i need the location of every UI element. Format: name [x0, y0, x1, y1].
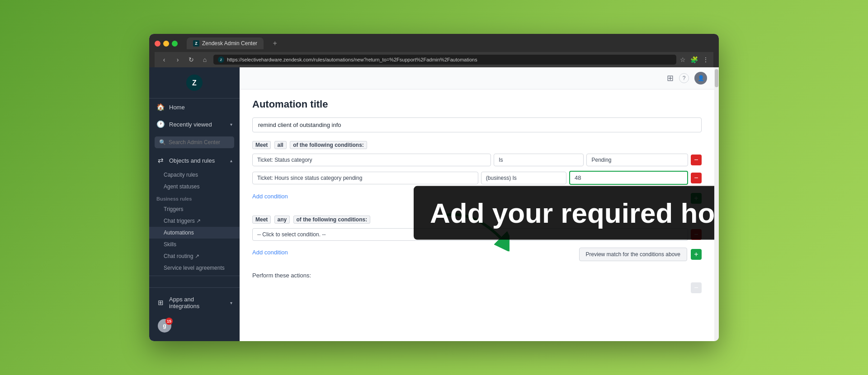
- home-button[interactable]: ⌂: [200, 55, 210, 65]
- grid-icon[interactable]: ⊞: [667, 73, 674, 83]
- any-badge: any: [274, 216, 290, 224]
- traffic-lights: [155, 41, 178, 47]
- sidebar-item-home[interactable]: 🏠 Home: [149, 98, 240, 116]
- overlay-text: Add your required hours: [430, 197, 714, 229]
- browser-toolbar: ‹ › ↻ ⌂ Z https://selectivehardware.zend…: [155, 52, 713, 67]
- bookmark-icon[interactable]: ☆: [680, 56, 686, 63]
- action-remove-row: −: [252, 282, 702, 293]
- add-condition1-link[interactable]: Add condition: [252, 193, 288, 200]
- minimize-button[interactable]: [163, 41, 169, 47]
- condition2-field-select[interactable]: Ticket: Hours since status category pend…: [252, 172, 478, 184]
- scrollbar-thumb[interactable]: [715, 69, 718, 87]
- sidebar-objects-rules-label: Objects and rules: [169, 157, 226, 164]
- meet-text: Meet: [252, 141, 271, 149]
- zendesk-logo-icon: Z: [186, 75, 203, 91]
- preview-match-button[interactable]: Preview match for the conditions above: [579, 248, 687, 261]
- sidebar-item-triggers[interactable]: Triggers: [149, 203, 240, 215]
- forward-button[interactable]: ›: [173, 55, 183, 65]
- svg-text:Z: Z: [192, 79, 197, 87]
- condition2-value-input[interactable]: [569, 171, 688, 185]
- add-condition2-button[interactable]: +: [691, 249, 702, 260]
- sidebar-item-skills[interactable]: Skills: [149, 239, 240, 250]
- perform-actions-label: Perform these actions:: [252, 272, 702, 279]
- content-area: Automation title Meet all of the followi…: [240, 89, 714, 341]
- meet-all-label: Meet all of the following conditions:: [252, 141, 702, 148]
- sidebar-footer: ⊞ Apps and integrations ▾ g 15: [149, 287, 240, 341]
- sidebar-item-automations[interactable]: Automations: [149, 227, 240, 239]
- automation-title-input[interactable]: [252, 117, 702, 132]
- condition1-operator-select[interactable]: Is: [494, 154, 584, 166]
- clock-icon: 🕐: [156, 120, 165, 128]
- sidebar-item-capacity-rules[interactable]: Capacity rules: [149, 169, 240, 181]
- toolbar-icons: ☆ 🧩 ⋮: [680, 56, 709, 63]
- close-button[interactable]: [155, 41, 160, 47]
- menu-icon[interactable]: ⋮: [703, 56, 709, 63]
- search-input[interactable]: [169, 139, 230, 145]
- overlay-banner: Add your required hours: [414, 186, 714, 239]
- sidebar-item-chat-routing[interactable]: Chat routing ↗: [149, 250, 240, 262]
- remove-condition2-button[interactable]: −: [691, 173, 702, 183]
- sidebar-item-chat-triggers[interactable]: Chat triggers ↗: [149, 215, 240, 227]
- objects-rules-icon: ⇄: [156, 156, 165, 164]
- meet-any-text: Meet: [252, 216, 271, 224]
- extension-icon[interactable]: 🧩: [690, 56, 698, 63]
- sidebar-item-apps[interactable]: ⊞ Apps and integrations ▾: [149, 291, 240, 314]
- remove-action-button[interactable]: −: [691, 282, 702, 293]
- main-with-scroll: ⊞ ? 👤 Automation title Meet all of the f…: [240, 67, 719, 341]
- sidebar-section-business-rules: Business rules: [149, 192, 240, 203]
- sidebar-item-objects-rules[interactable]: ⇄ Objects and rules ▴: [149, 152, 240, 169]
- sidebar-apps-label: Apps and integrations: [169, 296, 226, 309]
- sidebar-item-recently-viewed[interactable]: 🕐 Recently viewed ▾: [149, 116, 240, 133]
- new-tab-button[interactable]: +: [269, 38, 281, 49]
- user-avatar-top[interactable]: 👤: [694, 72, 707, 84]
- add-condition2-link[interactable]: Add condition: [252, 249, 288, 256]
- refresh-button[interactable]: ↻: [186, 55, 196, 65]
- sidebar-search[interactable]: 🔍: [155, 136, 234, 148]
- sidebar-logo: Z: [149, 67, 240, 98]
- meet-any-suffix: of the following conditions:: [293, 216, 371, 224]
- content-header: ⊞ ? 👤: [240, 67, 714, 89]
- chevron-down-icon: ▾: [230, 122, 232, 127]
- condition1-value-select[interactable]: Pending: [586, 154, 688, 166]
- chevron-up-icon: ▴: [230, 158, 232, 163]
- fullscreen-button[interactable]: [172, 41, 178, 47]
- help-icon[interactable]: ?: [679, 73, 689, 83]
- scrollbar-track[interactable]: [714, 67, 719, 341]
- remove-condition1-button[interactable]: −: [691, 155, 702, 165]
- tab-favicon: Z: [193, 40, 199, 47]
- condition-row-2: Ticket: Hours since status category pend…: [252, 171, 702, 185]
- address-bar[interactable]: Z https://selectivehardware.zendesk.com/…: [213, 55, 676, 65]
- condition-row-1: Ticket: Status category Is Pending −: [252, 154, 702, 166]
- app-area: Z 🏠 Home 🕐 Recently viewed ▾ 🔍 ⇄ Objects…: [149, 67, 719, 341]
- condition2-operator-select[interactable]: (business) Is: [481, 172, 566, 184]
- main-content: ⊞ ? 👤 Automation title Meet all of the f…: [240, 67, 714, 341]
- sidebar-recently-viewed-label: Recently viewed: [169, 121, 226, 128]
- apps-icon: ⊞: [156, 299, 165, 307]
- site-security-icon: Z: [218, 56, 224, 63]
- tab-title: Zendesk Admin Center: [202, 40, 257, 47]
- notification-badge[interactable]: g 15: [156, 318, 173, 334]
- all-badge: all: [274, 141, 287, 149]
- back-button[interactable]: ‹: [159, 55, 169, 65]
- home-icon: 🏠: [156, 103, 165, 111]
- search-icon: 🔍: [159, 139, 166, 145]
- sidebar-item-agent-statuses[interactable]: Agent statuses: [149, 181, 240, 192]
- sidebar-item-service-level[interactable]: Service level agreements: [149, 262, 240, 274]
- browser-titlebar: Z Zendesk Admin Center +: [155, 38, 713, 49]
- url-text: https://selectivehardware.zendesk.com/ru…: [227, 57, 477, 62]
- page-title: Automation title: [252, 98, 702, 110]
- condition1-field-select[interactable]: Ticket: Status category: [252, 154, 491, 166]
- notification-count: 15: [165, 318, 173, 325]
- browser-tab[interactable]: Z Zendesk Admin Center: [187, 38, 264, 49]
- sidebar-home-label: Home: [169, 104, 232, 111]
- sidebar: Z 🏠 Home 🕐 Recently viewed ▾ 🔍 ⇄ Objects…: [149, 67, 240, 341]
- meet-all-suffix: of the following conditions:: [290, 141, 367, 149]
- chevron-down-icon-apps: ▾: [230, 300, 232, 305]
- browser-chrome: Z Zendesk Admin Center + ‹ › ↻ ⌂ Z https…: [149, 34, 719, 67]
